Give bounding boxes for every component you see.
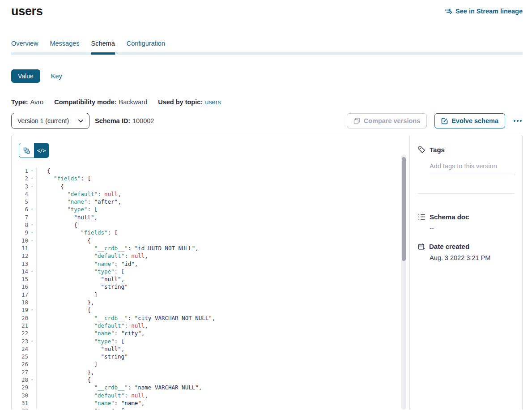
version-bar-actions: Compare versions Evolve schema <box>347 113 523 128</box>
schema-page: users See in Stream lineage Overview Mes… <box>0 0 532 410</box>
schema-id-label: Schema ID: <box>95 117 130 124</box>
schema-doc-section: Schema doc -- <box>418 213 515 232</box>
schema-id-value: 100002 <box>132 117 154 124</box>
page-title: users <box>11 4 43 18</box>
meta-compatibility: Compatibility mode: Backward <box>54 98 147 106</box>
tab-schema[interactable]: Schema <box>91 40 115 55</box>
value-toggle-button[interactable]: Value <box>11 69 40 83</box>
tab-messages[interactable]: Messages <box>50 40 79 55</box>
schema-panel: </> 1▾2▾3▾456▾78▾9▾10▾11121314▾151617181… <box>11 135 523 410</box>
code-lines: { "fields": [ { "default": null, "name":… <box>37 167 215 410</box>
schema-editor[interactable]: 1▾2▾3▾456▾78▾9▾10▾11121314▾1516171819▾20… <box>12 167 409 410</box>
evolve-schema-button[interactable]: Evolve schema <box>434 113 505 128</box>
code-view-icon: </> <box>37 148 46 154</box>
used-by-topic-link[interactable]: users <box>205 98 221 106</box>
date-created-heading: Date created <box>429 243 469 250</box>
tags-heading: Tags <box>430 146 445 154</box>
code-view-button[interactable]: </> <box>34 143 49 158</box>
version-select-value: Version 1 (current) <box>17 117 69 124</box>
type-value: Avro <box>30 98 44 106</box>
version-bar-left: Version 1 (current) Schema ID: 100002 <box>11 113 154 129</box>
see-in-stream-lineage-link[interactable]: See in Stream lineage <box>445 8 523 15</box>
tags-heading-row: Tags <box>418 146 515 154</box>
compatibility-label: Compatibility mode: <box>54 98 116 106</box>
tree-view-button[interactable] <box>19 143 34 158</box>
meta-used-by-topic: Used by topic: users <box>158 98 221 106</box>
schema-doc-heading: Schema doc <box>430 213 469 221</box>
tab-configuration[interactable]: Configuration <box>127 40 165 55</box>
schema-doc-heading-row: Schema doc <box>418 213 515 221</box>
compare-versions-button[interactable]: Compare versions <box>347 113 427 128</box>
more-options-button[interactable] <box>513 118 523 124</box>
schema-meta-row: Type: Avro Compatibility mode: Backward … <box>11 98 523 106</box>
schema-sidebar: Tags Schema doc -- <box>410 135 522 410</box>
schema-code-pane: </> 1▾2▾3▾456▾78▾9▾10▾11121314▾151617181… <box>12 135 410 410</box>
date-created-value: Aug. 3 2022 3:21 PM <box>430 254 515 261</box>
value-key-toggle: Value Key <box>11 69 523 83</box>
add-tags-input[interactable] <box>430 162 515 173</box>
list-icon <box>418 214 426 220</box>
evolve-schema-icon <box>441 118 448 124</box>
editor-view-toggle: </> <box>19 143 49 158</box>
topic-tabs: Overview Messages Schema Configuration <box>11 40 523 55</box>
date-created-heading-row: Date created <box>418 243 515 250</box>
ellipsis-icon <box>514 120 515 122</box>
editor-scrollbar-thumb[interactable] <box>402 157 406 261</box>
used-by-topic-label: Used by topic: <box>158 98 203 106</box>
version-bar: Version 1 (current) Schema ID: 100002 <box>11 113 523 129</box>
key-toggle-link[interactable]: Key <box>51 73 62 80</box>
tags-section: Tags <box>418 146 515 173</box>
tree-view-icon <box>23 147 30 154</box>
date-created-section: Date created Aug. 3 2022 3:21 PM <box>418 243 515 261</box>
sidebar-divider <box>418 193 515 194</box>
version-select[interactable]: Version 1 (current) <box>11 113 89 129</box>
lineage-link-label: See in Stream lineage <box>455 8 523 15</box>
compare-versions-label: Compare versions <box>364 117 421 124</box>
evolve-schema-label: Evolve schema <box>451 117 498 124</box>
calendar-plus-icon <box>418 243 425 250</box>
compatibility-value: Backward <box>119 98 148 106</box>
chevron-down-icon <box>78 120 83 123</box>
tag-icon <box>418 146 426 154</box>
tab-overview[interactable]: Overview <box>11 40 38 55</box>
schema-doc-value: -- <box>430 225 515 232</box>
meta-type: Type: Avro <box>11 98 43 106</box>
page-header: users See in Stream lineage <box>11 0 523 18</box>
schema-id: Schema ID: 100002 <box>95 117 154 124</box>
compare-versions-icon <box>353 118 360 124</box>
stream-lineage-icon <box>445 8 452 14</box>
editor-scrollbar-track[interactable] <box>401 154 406 410</box>
type-label: Type: <box>11 98 28 106</box>
code-gutter: 1▾2▾3▾456▾78▾9▾10▾11121314▾1516171819▾20… <box>12 167 37 410</box>
